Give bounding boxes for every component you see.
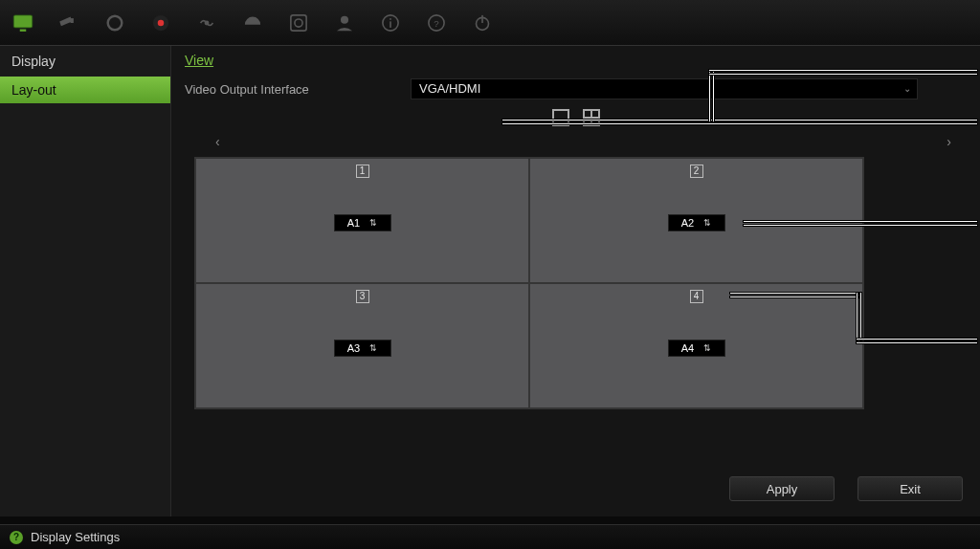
camera-grid: 1 A1⇅ 2 A2⇅ 3 A3⇅ 4 A4⇅ <box>194 157 864 409</box>
svg-rect-0 <box>13 14 33 27</box>
next-page-button[interactable]: › <box>941 132 957 151</box>
video-output-select[interactable]: VGA/HDMI ⌄ <box>411 78 918 99</box>
camera-cell-3[interactable]: 3 A3⇅ <box>195 283 529 408</box>
camera-value: A2 <box>681 217 694 229</box>
svg-rect-7 <box>291 14 306 30</box>
svg-rect-12 <box>390 18 391 20</box>
storage-icon[interactable] <box>276 4 322 42</box>
annotation-line <box>501 122 978 125</box>
cell-number: 3 <box>356 290 369 303</box>
top-toolbar: ? <box>0 0 980 46</box>
user-icon[interactable] <box>322 4 368 42</box>
stepper-icon: ⇅ <box>703 343 711 353</box>
svg-rect-16 <box>481 14 483 22</box>
svg-point-5 <box>158 19 165 26</box>
tab-view[interactable]: View <box>185 53 213 68</box>
video-output-value: VGA/HDMI <box>419 81 480 96</box>
annotation-line <box>712 69 715 122</box>
globe-icon[interactable] <box>92 4 138 42</box>
annotation-line <box>859 292 862 341</box>
svg-rect-2 <box>71 18 74 23</box>
camera-icon[interactable] <box>46 4 92 42</box>
camera-select-1[interactable]: A1⇅ <box>334 214 391 231</box>
annotation-line <box>708 73 978 76</box>
content-pane: View Video Output Interface VGA/HDMI ⌄ ‹… <box>170 46 980 516</box>
annotation-line <box>501 119 978 121</box>
camera-value: A1 <box>347 217 360 229</box>
annotation-line <box>856 338 978 340</box>
camera-cell-4[interactable]: 4 A4⇅ <box>529 283 863 408</box>
prev-page-button[interactable]: ‹ <box>210 132 226 151</box>
stepper-icon: ⇅ <box>703 218 711 228</box>
help-icon[interactable]: ? <box>413 4 459 42</box>
stepper-icon: ⇅ <box>369 343 377 353</box>
annotation-line <box>708 69 711 122</box>
status-bar: ? Display Settings <box>0 524 980 549</box>
stepper-icon: ⇅ <box>369 218 377 228</box>
annotation-line <box>743 224 978 227</box>
annotation-line <box>856 341 978 344</box>
annotation-line <box>856 292 858 341</box>
status-text: Display Settings <box>31 530 120 544</box>
annotation-line <box>729 296 859 298</box>
annotation-line <box>743 220 978 223</box>
main-area: Display Lay-out View Video Output Interf… <box>0 46 980 516</box>
camera-select-4[interactable]: A4⇅ <box>668 340 725 357</box>
svg-text:?: ? <box>434 18 439 29</box>
page-controls: ‹ › <box>171 126 980 157</box>
exit-button[interactable]: Exit <box>858 476 963 501</box>
button-row: Apply Exit <box>729 476 963 501</box>
info-icon[interactable] <box>368 4 413 42</box>
record-icon[interactable] <box>138 4 184 42</box>
svg-point-3 <box>108 15 122 30</box>
motion-icon[interactable] <box>184 4 230 42</box>
sidebar: Display Lay-out <box>0 46 170 516</box>
camera-cell-1[interactable]: 1 A1⇅ <box>195 158 529 283</box>
status-help-icon[interactable]: ? <box>10 531 23 544</box>
sidebar-item-layout[interactable]: Lay-out <box>0 77 170 103</box>
display-icon[interactable] <box>0 4 46 42</box>
video-output-label: Video Output Interface <box>185 82 411 97</box>
svg-rect-11 <box>390 21 391 28</box>
sidebar-heading: Display <box>0 46 170 77</box>
camera-value: A4 <box>681 342 694 354</box>
svg-point-6 <box>205 20 210 25</box>
cell-number: 4 <box>690 290 703 303</box>
annotation-line <box>708 69 978 72</box>
annotation-line <box>729 292 859 295</box>
svg-point-8 <box>295 18 302 26</box>
camera-select-3[interactable]: A3⇅ <box>334 340 391 357</box>
apply-button[interactable]: Apply <box>729 476 835 501</box>
camera-select-2[interactable]: A2⇅ <box>668 214 725 231</box>
cell-number: 2 <box>690 165 703 178</box>
chevron-down-icon: ⌄ <box>903 83 911 94</box>
video-output-row: Video Output Interface VGA/HDMI ⌄ <box>171 75 980 103</box>
dome-icon[interactable] <box>230 4 276 42</box>
svg-rect-1 <box>20 29 27 31</box>
svg-point-9 <box>341 15 348 23</box>
camera-grid-wrap: 1 A1⇅ 2 A2⇅ 3 A3⇅ 4 A4⇅ <box>194 157 957 409</box>
power-icon[interactable] <box>459 4 505 42</box>
cell-number: 1 <box>356 165 369 178</box>
camera-value: A3 <box>347 342 360 354</box>
